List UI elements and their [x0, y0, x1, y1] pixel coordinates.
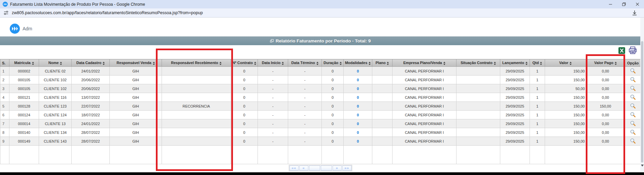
- url-text[interactable]: zw805.pactosolucoes.com.br/app/faces/rel…: [12, 10, 631, 15]
- cell-nome: CLIENTE 02: [39, 67, 72, 76]
- view-details-icon[interactable]: [630, 94, 636, 100]
- column-header-duracao[interactable]: Duração: [322, 59, 344, 67]
- cell-qtd: 1: [530, 128, 545, 137]
- cell-empresa_plano_venda: CANAL PERFORMAR I: [393, 67, 456, 76]
- download-icon[interactable]: [631, 9, 638, 16]
- cell-modalidades[interactable]: 0: [344, 119, 372, 128]
- restore-button[interactable]: [617, 0, 631, 8]
- sort-icon[interactable]: [32, 62, 34, 65]
- column-header-modalidades[interactable]: Modalidades: [344, 59, 372, 67]
- column-header-situacao_contrato[interactable]: Situação Contrato: [456, 59, 500, 67]
- cell-modalidades[interactable]: 0: [344, 93, 372, 102]
- cell-qtd: 1: [530, 93, 545, 102]
- sort-icon[interactable]: [443, 62, 445, 65]
- column-header-data_inicio[interactable]: Data Início: [258, 59, 288, 67]
- column-header-plano[interactable]: Plano: [372, 59, 393, 67]
- cell-data_cadastro: 18/07/2022: [72, 111, 110, 119]
- column-header-n_contrato[interactable]: Nº Contrato: [231, 59, 258, 67]
- sort-icon[interactable]: [526, 62, 528, 65]
- cell-responsavel_recebimento: [162, 67, 231, 76]
- cell-data_inicio: -: [258, 67, 288, 76]
- column-header-data_cadastro[interactable]: Data Cadastro: [72, 59, 110, 67]
- sort-icon[interactable]: [254, 62, 256, 65]
- sort-icon[interactable]: [316, 62, 318, 65]
- sort-icon[interactable]: [282, 62, 284, 65]
- cell-opcao: [625, 76, 641, 84]
- sort-icon[interactable]: [340, 62, 342, 65]
- column-header-qtd[interactable]: Qtd: [530, 59, 545, 67]
- close-icon[interactable]: [631, 0, 644, 8]
- column-header-responsavel_recebimento[interactable]: Responsável Recebimento: [162, 59, 231, 67]
- cell-modalidades[interactable]: 0: [344, 84, 372, 93]
- cell-matricula: 000124: [9, 111, 39, 119]
- cell-modalidades[interactable]: 0: [344, 67, 372, 76]
- view-details-icon[interactable]: [630, 112, 636, 118]
- column-label: Data Início: [262, 61, 281, 65]
- first-page-button[interactable]: ««: [290, 166, 299, 171]
- sort-icon[interactable]: [540, 62, 542, 65]
- vertical-scrollbar[interactable]: [640, 18, 644, 172]
- view-details-icon[interactable]: [630, 138, 636, 144]
- view-details-icon[interactable]: [630, 77, 636, 83]
- minimize-button[interactable]: [604, 0, 617, 8]
- cell-empresa_plano_venda: CANAL PERFORMAR I: [393, 119, 456, 128]
- column-header-data_termino[interactable]: Data Término: [288, 59, 322, 67]
- sort-icon[interactable]: [570, 62, 572, 65]
- column-header-valor[interactable]: Valor: [545, 59, 586, 67]
- sort-icon[interactable]: [103, 62, 105, 65]
- view-details-icon[interactable]: [630, 103, 636, 109]
- cell-data_cadastro: 22/07/2022: [72, 102, 110, 111]
- view-details-icon[interactable]: [630, 129, 636, 135]
- column-header-matricula[interactable]: Matrícula: [9, 59, 39, 67]
- cell-modalidades[interactable]: 0: [344, 102, 372, 111]
- sort-icon[interactable]: [615, 62, 617, 65]
- cell-modalidades[interactable]: 0: [344, 111, 372, 119]
- cell-nome: CLIENTE 13: [39, 119, 72, 128]
- view-details-icon[interactable]: [630, 85, 636, 91]
- sort-icon[interactable]: [219, 62, 222, 65]
- sort-icon[interactable]: [387, 62, 389, 65]
- cell-duracao: 0: [322, 84, 344, 93]
- export-excel-button[interactable]: [618, 47, 625, 54]
- column-header-nome[interactable]: Nome: [39, 59, 72, 67]
- table-header-row: S.MatrículaNomeData CadastroResponsável …: [0, 59, 641, 67]
- cell-data_inicio: -: [258, 111, 288, 119]
- column-header-lancamento[interactable]: Lançamento: [500, 59, 530, 67]
- cell-situacao_contrato: [456, 93, 500, 102]
- cell-modalidades[interactable]: 0: [344, 76, 372, 84]
- cell-s: 7: [0, 119, 9, 128]
- page-box-2[interactable]: [321, 166, 332, 171]
- fast-forward-button[interactable]: »: [333, 166, 342, 171]
- scrollbar-down-arrow-icon[interactable]: [641, 165, 644, 167]
- last-page-button[interactable]: »»: [342, 166, 351, 171]
- cell-responsavel_venda: GIH: [110, 128, 162, 137]
- column-header-empresa_plano_venda[interactable]: Empresa Plano/Venda: [393, 59, 456, 67]
- cell-empresa_plano_venda: CANAL PERFORMAR I: [393, 102, 456, 111]
- scrollbar-thumb[interactable]: [641, 41, 643, 163]
- column-label: Situação Contrato: [461, 61, 493, 65]
- view-details-icon[interactable]: [630, 120, 636, 126]
- print-button[interactable]: [628, 46, 637, 55]
- page-box-1[interactable]: [309, 166, 320, 171]
- site-settings-icon[interactable]: [3, 10, 9, 16]
- view-details-icon[interactable]: [630, 68, 636, 74]
- cell-duracao: 0: [322, 119, 344, 128]
- sort-icon[interactable]: [369, 62, 371, 65]
- column-header-responsavel_venda[interactable]: Responsável Venda: [110, 59, 162, 67]
- cell-opcao: [625, 119, 641, 128]
- cell-situacao_contrato: [456, 67, 500, 76]
- sort-icon[interactable]: [60, 62, 62, 65]
- cell-modalidades[interactable]: 0: [344, 137, 372, 146]
- sort-icon[interactable]: [494, 62, 496, 65]
- pacto-logo-icon[interactable]: [10, 24, 20, 34]
- cell-lancamento: 29/09/2025: [500, 67, 530, 76]
- column-header-valor_pago[interactable]: Valor Pago: [586, 59, 625, 67]
- fast-rewind-button[interactable]: «: [299, 166, 308, 171]
- cell-modalidades[interactable]: 0: [344, 128, 372, 137]
- cell-nome: CLIENTE 143: [39, 137, 72, 146]
- cell-valor: 150,00: [545, 102, 586, 111]
- sort-icon[interactable]: [153, 62, 155, 65]
- cell-data_termino: -: [288, 84, 322, 93]
- cell-lancamento: 29/09/2025: [500, 93, 530, 102]
- cell-valor: 150,00: [545, 137, 586, 146]
